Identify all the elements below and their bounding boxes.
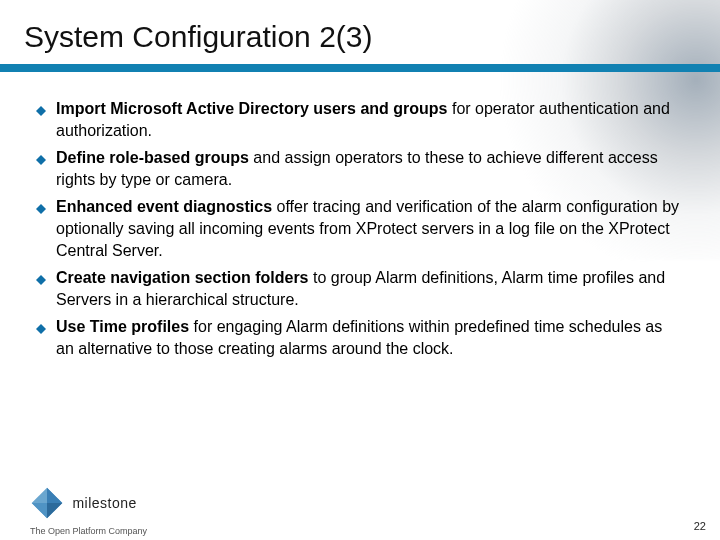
bullet-item: Import Microsoft Active Directory users …: [36, 98, 684, 141]
svg-marker-2: [47, 503, 62, 518]
bullet-lead: Enhanced event diagnostics: [56, 198, 272, 215]
footer: milestone The Open Platform Company 22: [0, 464, 720, 540]
brand-logo: milestone: [30, 486, 137, 520]
bullet-lead: Define role-based groups: [56, 149, 249, 166]
bullet-item: Create navigation section folders to gro…: [36, 267, 684, 310]
svg-marker-1: [47, 488, 62, 503]
page-number: 22: [694, 520, 706, 532]
svg-marker-3: [32, 503, 47, 518]
diamond-icon: [30, 486, 64, 520]
bullet-lead: Create navigation section folders: [56, 269, 309, 286]
bullet-item: Define role-based groups and assign oper…: [36, 147, 684, 190]
slide-title: System Configuration 2(3): [0, 0, 720, 64]
bullet-item: Enhanced event diagnostics offer tracing…: [36, 196, 684, 261]
content-area: Import Microsoft Active Directory users …: [0, 72, 720, 360]
title-rule: [0, 64, 720, 72]
brand-tagline: The Open Platform Company: [30, 526, 147, 536]
bullet-lead: Use Time profiles: [56, 318, 189, 335]
bullet-lead: Import Microsoft Active Directory users …: [56, 100, 447, 117]
bullet-list: Import Microsoft Active Directory users …: [36, 98, 684, 360]
brand-name: milestone: [72, 495, 136, 511]
bullet-item: Use Time profiles for engaging Alarm def…: [36, 316, 684, 359]
